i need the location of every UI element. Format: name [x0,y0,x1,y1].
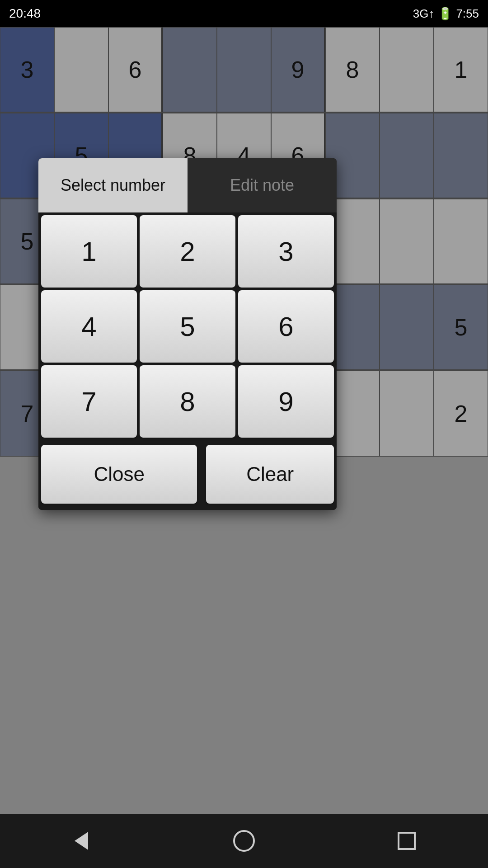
cell-r3c8[interactable] [380,199,434,284]
grid-row-1: 3 6 9 8 1 [0,27,488,113]
status-icons: 3G↑ 🔋 7:55 [413,7,479,21]
back-button[interactable] [63,823,99,859]
number-button-2[interactable]: 2 [140,215,235,288]
cell-r1c8[interactable] [380,27,434,112]
cell-r1c6[interactable]: 9 [271,27,325,112]
signal-icon: 3G↑ [413,7,435,21]
number-button-8[interactable]: 8 [140,365,235,438]
svg-rect-2 [399,833,415,849]
number-picker-dialog: Select number Edit note 1 2 3 4 5 6 7 8 … [38,158,337,510]
number-button-9[interactable]: 9 [238,365,334,438]
cell-r1c9[interactable]: 1 [434,27,488,112]
cell-r2c9[interactable] [434,113,488,198]
dialog-tabs: Select number Edit note [38,158,337,212]
cell-r5c9[interactable]: 2 [434,371,488,457]
back-icon [68,827,95,854]
cell-r5c8[interactable] [380,371,434,457]
tab-edit-note[interactable]: Edit note [188,158,337,212]
home-icon [230,827,258,854]
cell-r1c5[interactable] [217,27,271,112]
cell-r3c9[interactable] [434,199,488,284]
svg-point-1 [234,831,254,851]
number-button-1[interactable]: 1 [41,215,137,288]
bottom-gray-area [0,457,488,814]
number-button-4[interactable]: 4 [41,290,137,363]
status-time-right: 7:55 [456,7,479,21]
cell-r4c9[interactable]: 5 [434,285,488,370]
cell-r1c1[interactable]: 3 [0,27,54,112]
cell-r1c4[interactable] [163,27,217,112]
tab-select-number[interactable]: Select number [38,158,188,212]
cell-r4c8[interactable] [380,285,434,370]
number-grid: 1 2 3 4 5 6 7 8 9 [38,212,337,440]
cell-r2c8[interactable] [380,113,434,198]
clear-button[interactable]: Clear [206,445,334,504]
recent-icon [393,827,420,854]
battery-icon: 🔋 [438,7,452,21]
status-time-left: 20:48 [9,6,41,21]
status-bar: 20:48 3G↑ 🔋 7:55 [0,0,488,27]
sudoku-area: 3 6 9 8 1 5 8 4 6 Select number Edit not… [0,27,488,461]
number-button-3[interactable]: 3 [238,215,334,288]
nav-bar [0,814,488,868]
number-button-7[interactable]: 7 [41,365,137,438]
cell-r1c3[interactable]: 6 [108,27,163,112]
recent-button[interactable] [389,823,425,859]
number-button-5[interactable]: 5 [140,290,235,363]
cell-r1c2[interactable] [54,27,108,112]
close-button[interactable]: Close [41,445,197,504]
home-button[interactable] [226,823,262,859]
number-button-6[interactable]: 6 [238,290,334,363]
dialog-actions: Close Clear [38,440,337,510]
cell-r1c7[interactable]: 8 [325,27,380,112]
svg-marker-0 [75,832,88,850]
